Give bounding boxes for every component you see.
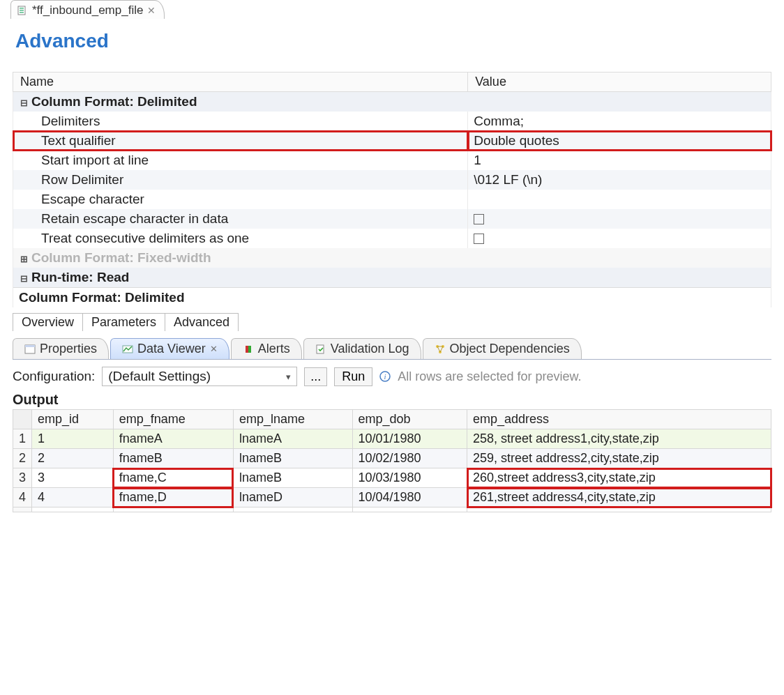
cell[interactable]: 3 bbox=[32, 468, 114, 488]
svg-rect-5 bbox=[25, 345, 35, 347]
prop-label: Delimiters bbox=[13, 112, 468, 131]
prop-label: Treat consecutive delimiters as one bbox=[13, 229, 468, 248]
configuration-select[interactable]: (Default Settings) ▾ bbox=[102, 367, 297, 386]
section-title: Advanced bbox=[0, 19, 784, 58]
configuration-browse-button[interactable]: ... bbox=[304, 367, 327, 386]
cell[interactable]: 4 bbox=[32, 488, 114, 507]
validation-log-icon bbox=[315, 344, 326, 355]
cell[interactable]: 2 bbox=[32, 449, 114, 468]
row-number: 4 bbox=[13, 488, 32, 507]
footer-group: Column Format: Delimited bbox=[13, 288, 771, 308]
cell[interactable]: 261,street address4,city,state,zip bbox=[467, 488, 771, 507]
col-header[interactable]: emp_id bbox=[32, 410, 114, 429]
configuration-label: Configuration: bbox=[13, 369, 95, 384]
expand-icon[interactable]: ⊞ bbox=[19, 254, 29, 264]
footer-label: Column Format: Delimited bbox=[13, 288, 771, 308]
prop-value[interactable]: Comma; bbox=[468, 112, 771, 131]
output-row[interactable]: 3 3 fname,C lnameB 10/03/1980 260,street… bbox=[13, 468, 771, 488]
prop-label: Start import at line bbox=[13, 151, 468, 170]
row-number: 2 bbox=[13, 449, 32, 468]
close-icon[interactable]: ✕ bbox=[210, 344, 218, 354]
cell[interactable]: 258, street address1,city,state,zip bbox=[467, 429, 771, 449]
cell[interactable]: fname,C bbox=[113, 468, 233, 488]
col-header[interactable]: emp_fname bbox=[113, 410, 233, 429]
prop-value[interactable]: \012 LF (\n) bbox=[468, 170, 771, 190]
file-icon bbox=[17, 5, 28, 16]
cell[interactable]: 10/01/1980 bbox=[352, 429, 467, 449]
tab-validation-log[interactable]: Validation Log bbox=[303, 338, 421, 359]
checkbox-unchecked-icon[interactable] bbox=[474, 234, 484, 244]
svg-text:i: i bbox=[384, 372, 386, 381]
editor-tab[interactable]: *ff_inbound_emp_file ✕ bbox=[10, 0, 165, 19]
output-title: Output bbox=[13, 392, 771, 408]
cell[interactable]: 10/02/1980 bbox=[352, 449, 467, 468]
tab-advanced[interactable]: Advanced bbox=[165, 313, 239, 331]
prop-value[interactable] bbox=[468, 190, 771, 209]
cell[interactable]: lnameB bbox=[233, 468, 352, 488]
cell[interactable]: 1 bbox=[32, 429, 114, 449]
output-header-row: emp_id emp_fname emp_lname emp_dob emp_a… bbox=[13, 410, 771, 429]
properties-icon bbox=[24, 344, 36, 355]
col-name-header[interactable]: Name bbox=[13, 72, 468, 92]
output-row[interactable]: 1 1 fnameA lnameA 10/01/1980 258, street… bbox=[13, 429, 771, 449]
col-header[interactable]: emp_lname bbox=[233, 410, 352, 429]
prop-value[interactable] bbox=[468, 209, 771, 229]
cell[interactable]: 10/03/1980 bbox=[352, 468, 467, 488]
output-row[interactable]: 4 4 fname,D lnameD 10/04/1980 261,street… bbox=[13, 488, 771, 507]
prop-retain-escape[interactable]: Retain escape character in data bbox=[13, 209, 771, 229]
tab-label: Properties bbox=[40, 342, 97, 356]
preview-hint: All rows are selected for preview. bbox=[398, 369, 581, 384]
collapse-icon[interactable]: ⊟ bbox=[19, 98, 29, 108]
tab-overview[interactable]: Overview bbox=[13, 313, 83, 331]
prop-label: Row Delimiter bbox=[13, 170, 468, 190]
cell[interactable]: lnameA bbox=[233, 429, 352, 449]
page-tab-strip: Overview Parameters Advanced bbox=[13, 313, 771, 331]
prop-text-qualifier[interactable]: Text qualifier Double quotes bbox=[13, 131, 771, 151]
group-column-format-fixed-width[interactable]: ⊞Column Format: Fixed-width bbox=[13, 248, 771, 268]
prop-treat-consecutive[interactable]: Treat consecutive delimiters as one bbox=[13, 229, 771, 248]
output-row[interactable]: 2 2 fnameB lnameB 10/02/1980 259, street… bbox=[13, 449, 771, 468]
tab-data-viewer[interactable]: Data Viewer ✕ bbox=[110, 338, 229, 359]
svg-rect-7 bbox=[246, 346, 248, 353]
cell[interactable]: lnameB bbox=[233, 449, 352, 468]
prop-escape-character[interactable]: Escape character bbox=[13, 190, 771, 209]
cell[interactable]: 10/04/1980 bbox=[352, 488, 467, 507]
col-value-header[interactable]: Value bbox=[468, 72, 771, 92]
prop-delimiters[interactable]: Delimiters Comma; bbox=[13, 112, 771, 131]
group-column-format-delimited[interactable]: ⊟Column Format: Delimited bbox=[13, 92, 771, 112]
prop-value[interactable] bbox=[468, 229, 771, 248]
configuration-selected: (Default Settings) bbox=[108, 369, 211, 384]
editor-tab-title: *ff_inbound_emp_file bbox=[32, 3, 143, 17]
cell[interactable]: fnameB bbox=[113, 449, 233, 468]
rownum-header bbox=[13, 410, 32, 429]
cell[interactable]: fnameA bbox=[113, 429, 233, 449]
cell[interactable]: 259, street address2,city,state,zip bbox=[467, 449, 771, 468]
tab-object-dependencies[interactable]: Object Dependencies bbox=[423, 338, 582, 359]
col-header[interactable]: emp_address bbox=[467, 410, 771, 429]
info-icon: i bbox=[379, 371, 391, 382]
tab-label: Validation Log bbox=[331, 342, 409, 356]
prop-label: Text qualifier bbox=[13, 131, 468, 151]
col-header[interactable]: emp_dob bbox=[352, 410, 467, 429]
tab-label: Object Dependencies bbox=[450, 342, 570, 356]
cell[interactable]: 260,street address3,city,state,zip bbox=[467, 468, 771, 488]
tab-alerts[interactable]: Alerts bbox=[231, 338, 302, 359]
prop-start-import-line[interactable]: Start import at line 1 bbox=[13, 151, 771, 170]
cell[interactable]: fname,D bbox=[113, 488, 233, 507]
checkbox-unchecked-icon[interactable] bbox=[474, 214, 484, 224]
prop-row-delimiter[interactable]: Row Delimiter \012 LF (\n) bbox=[13, 170, 771, 190]
collapse-icon[interactable]: ⊟ bbox=[19, 273, 29, 284]
prop-value[interactable]: Double quotes bbox=[468, 131, 771, 151]
data-viewer-icon bbox=[122, 344, 133, 355]
output-grid: emp_id emp_fname emp_lname emp_dob emp_a… bbox=[13, 409, 771, 512]
cell[interactable]: lnameD bbox=[233, 488, 352, 507]
run-button[interactable]: Run bbox=[334, 367, 372, 386]
view-tab-strip: Properties Data Viewer ✕ Alerts Validati… bbox=[13, 338, 771, 360]
svg-rect-3 bbox=[20, 12, 24, 13]
tab-properties[interactable]: Properties bbox=[13, 338, 109, 359]
property-table: Name Value ⊟Column Format: Delimited Del… bbox=[13, 72, 771, 307]
prop-value[interactable]: 1 bbox=[468, 151, 771, 170]
close-icon[interactable]: ✕ bbox=[147, 5, 156, 16]
tab-parameters[interactable]: Parameters bbox=[82, 313, 165, 331]
group-runtime-read[interactable]: ⊟Run-time: Read bbox=[13, 268, 771, 288]
